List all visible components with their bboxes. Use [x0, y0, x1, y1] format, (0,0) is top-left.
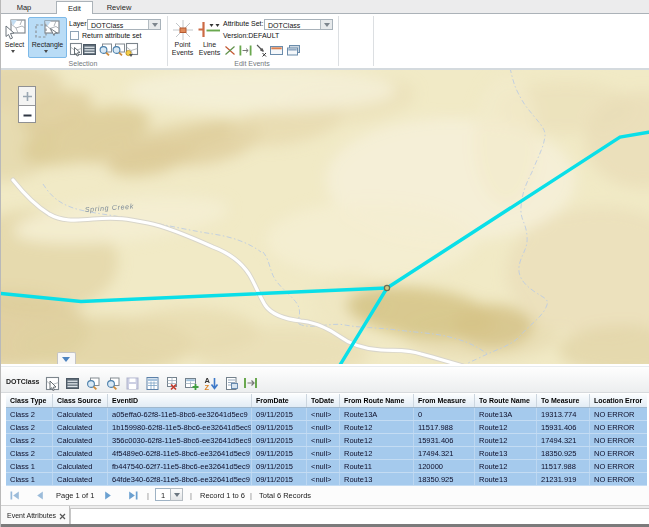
svg-text:Z: Z — [205, 383, 210, 391]
